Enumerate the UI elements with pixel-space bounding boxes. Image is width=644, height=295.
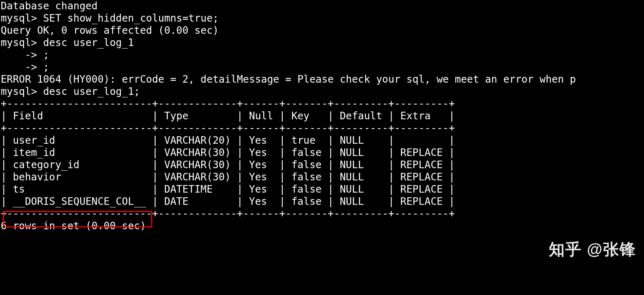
line-error: ERROR 1064 (HY000): errCode = 2, detailM… — [1, 73, 643, 86]
table-border-bot: +------------------------+-------------+… — [1, 208, 643, 220]
table-header: | Field | Type | Null | Key | Default | … — [1, 110, 643, 122]
terminal-output[interactable]: Database changed mysql> SET show_hidden_… — [0, 0, 644, 232]
line-query-ok: Query OK, 0 rows affected (0.00 sec) — [1, 24, 643, 37]
line-cont-1: -> ; — [1, 49, 643, 61]
line-rowcount: 6 rows in set (0.00 sec) — [1, 220, 643, 232]
table-border-mid: +------------------------+-------------+… — [1, 122, 643, 134]
table-row: | item_id | VARCHAR(30) | Yes | false | … — [1, 147, 643, 159]
table-row: | behavior | VARCHAR(30) | Yes | false |… — [1, 171, 643, 183]
line-desc-2: mysql> desc user_log_1; — [1, 86, 643, 98]
table-row: | category_id | VARCHAR(30) | Yes | fals… — [1, 159, 643, 171]
table-row: | ts | DATETIME | Yes | false | NULL | R… — [1, 183, 643, 195]
watermark-text: 知乎 @张锋 — [549, 243, 636, 255]
line-set-cmd: mysql> SET show_hidden_columns=true; — [1, 12, 643, 24]
line-db-changed: Database changed — [1, 0, 643, 12]
table-row: | __DORIS_SEQUENCE_COL__ | DATE | Yes | … — [1, 195, 643, 208]
table-row: | user_id | VARCHAR(20) | Yes | true | N… — [1, 134, 643, 147]
line-cont-2: -> ; — [1, 61, 643, 73]
table-border-top: +------------------------+-------------+… — [1, 98, 643, 110]
line-desc-1: mysql> desc user_log_1 — [1, 37, 643, 49]
